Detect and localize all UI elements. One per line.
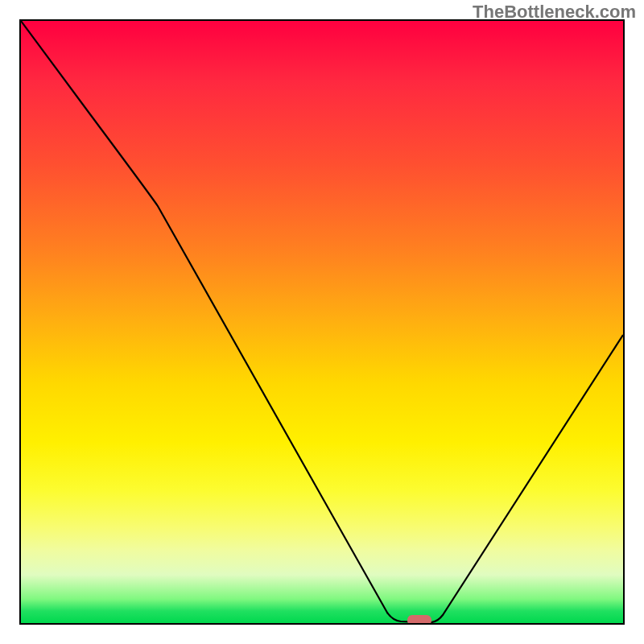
plot-area	[19, 19, 625, 625]
marker-icon	[407, 615, 431, 623]
chart-svg	[21, 21, 623, 623]
bottleneck-curve	[21, 21, 623, 622]
watermark-text: TheBottleneck.com	[473, 2, 636, 23]
chart-container: TheBottleneck.com	[0, 0, 644, 644]
